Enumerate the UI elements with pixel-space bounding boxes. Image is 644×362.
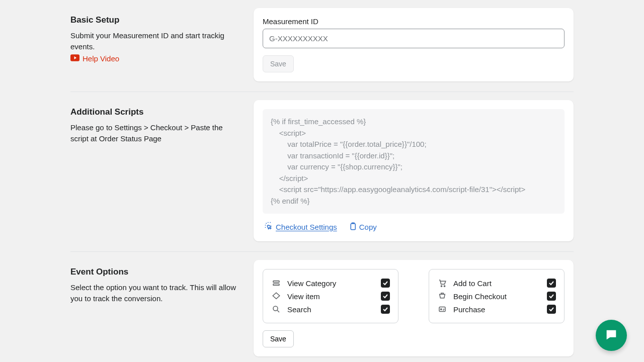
- event-label: View item: [287, 292, 375, 301]
- chat-icon: [604, 328, 618, 343]
- event-checkbox[interactable]: [381, 279, 390, 288]
- event-checkbox[interactable]: [547, 279, 556, 288]
- event-label: Add to Cart: [453, 279, 541, 288]
- event-label: View Category: [287, 279, 375, 288]
- svg-point-5: [441, 286, 442, 287]
- svg-point-8: [441, 309, 442, 310]
- checkout-settings-label: Checkout Settings: [276, 223, 337, 231]
- svg-point-4: [273, 306, 278, 311]
- script-code-block: {% if first_time_accessed %} <script> va…: [263, 109, 565, 214]
- section-title: Event Options: [70, 267, 242, 277]
- event-view-category: View Category: [271, 277, 390, 290]
- youtube-icon: [70, 54, 79, 63]
- save-button[interactable]: Save: [263, 330, 294, 347]
- section-event-options: Event Options Select the option you want…: [70, 252, 574, 362]
- event-label: Begin Checkout: [453, 292, 541, 301]
- save-button: Save: [263, 55, 294, 72]
- event-label: Search: [287, 305, 375, 314]
- event-label: Purchase: [453, 305, 541, 314]
- section-description: Submit your Measurement ID and start tra…: [70, 30, 242, 52]
- svg-point-6: [444, 286, 445, 287]
- event-checkbox[interactable]: [381, 292, 390, 301]
- events-card: View Category View item Search: [254, 260, 574, 356]
- event-checkbox[interactable]: [381, 305, 390, 314]
- copy-link[interactable]: Copy: [348, 222, 377, 232]
- cursor-click-icon: [265, 222, 274, 232]
- event-begin-checkout: Begin Checkout: [437, 290, 556, 303]
- category-icon: [271, 279, 281, 288]
- section-title: Basic Setup: [70, 15, 242, 25]
- section-title: Additional Scripts: [70, 107, 242, 117]
- search-icon: [271, 305, 281, 314]
- cart-icon: [437, 279, 447, 288]
- measurement-id-input[interactable]: [263, 29, 565, 48]
- purchase-icon: [437, 305, 447, 314]
- section-basic-setup: Basic Setup Submit your Measurement ID a…: [70, 0, 574, 92]
- event-add-to-cart: Add to Cart: [437, 277, 556, 290]
- event-group-right: Add to Cart Begin Checkout Purchase: [429, 269, 565, 323]
- event-checkbox[interactable]: [547, 305, 556, 314]
- event-search: Search: [271, 303, 390, 316]
- checkout-settings-link[interactable]: Checkout Settings: [265, 222, 337, 232]
- measurement-id-label: Measurement ID: [263, 17, 565, 26]
- tag-icon: [271, 292, 281, 301]
- help-video-label: Help Video: [83, 54, 119, 63]
- svg-rect-1: [351, 224, 355, 230]
- copy-label: Copy: [359, 223, 377, 231]
- scripts-card: {% if first_time_accessed %} <script> va…: [254, 100, 574, 241]
- event-purchase: Purchase: [437, 303, 556, 316]
- checkout-icon: [437, 292, 447, 301]
- section-additional-scripts: Additional Scripts Please go to Settings…: [70, 92, 574, 252]
- svg-rect-2: [273, 281, 279, 283]
- event-group-left: View Category View item Search: [263, 269, 398, 323]
- event-view-item: View item: [271, 290, 390, 303]
- svg-rect-3: [273, 284, 279, 286]
- section-description: Select the option you want to track. Thi…: [70, 282, 242, 304]
- clipboard-icon: [348, 222, 357, 232]
- event-checkbox[interactable]: [547, 292, 556, 301]
- measurement-id-card: Measurement ID Save: [254, 8, 574, 81]
- chat-widget-button[interactable]: [596, 320, 627, 351]
- help-video-link[interactable]: Help Video: [70, 54, 119, 63]
- section-description: Please go to Settings > Checkout > Paste…: [70, 122, 242, 144]
